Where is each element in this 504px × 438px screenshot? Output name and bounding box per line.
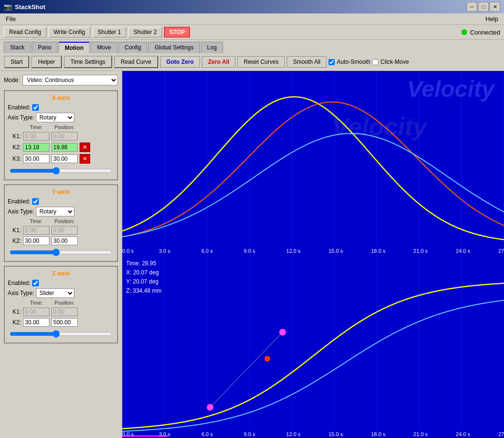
x-axis-title: X-axis: [8, 94, 114, 101]
x-k1-time[interactable]: [23, 132, 49, 141]
y-axis-panel: Y-axis Enabled: Axis Type: Rotary Slider…: [4, 184, 118, 262]
helper-button[interactable]: Helper: [31, 56, 61, 68]
tab-motion[interactable]: Motion: [59, 42, 90, 53]
z-type-label: Axis Type:: [8, 290, 34, 296]
tab-move[interactable]: Move: [91, 42, 117, 53]
title-bar: 📷 StackShot ─ □ ✕: [0, 0, 504, 13]
right-panel: Velocity Time: 28.95 X: 20.07 deg Y: 20.…: [122, 71, 504, 438]
menu-bar: File Help: [0, 13, 504, 25]
x-enabled-checkbox[interactable]: [32, 104, 39, 111]
x-k2-delete-button[interactable]: ✕: [80, 142, 90, 152]
x-k3-delete-button[interactable]: ✕: [80, 154, 90, 164]
x-k2-time[interactable]: [23, 143, 49, 152]
stop-button[interactable]: STOP: [164, 27, 190, 37]
auto-smooth-label[interactable]: Auto-Smooth: [328, 59, 370, 65]
tabs-bar: Stack Pano Motion Move Config Global Set…: [0, 40, 504, 53]
y-k1-row: K1:: [8, 226, 114, 235]
y-k1-time[interactable]: [23, 226, 49, 235]
x-slider-row: [8, 166, 114, 177]
x-k1-row: K1:: [8, 132, 114, 141]
menu-help[interactable]: Help: [483, 14, 500, 24]
time-settings-button[interactable]: Time Settings: [64, 56, 112, 68]
x-type-row: Axis Type: Rotary Slider: [8, 113, 114, 122]
minimize-button[interactable]: ─: [467, 2, 477, 12]
z-enabled-checkbox[interactable]: [32, 280, 39, 286]
reset-curves-button[interactable]: Reset Curves: [237, 56, 285, 68]
connection-dot: [461, 29, 467, 35]
mode-select[interactable]: Video: Continuous Photo: Interval HDR Ti…: [23, 75, 118, 85]
z-k2-time[interactable]: [23, 318, 49, 327]
maximize-button[interactable]: □: [478, 2, 489, 12]
tab-stack[interactable]: Stack: [4, 42, 31, 53]
y-enabled-checkbox[interactable]: [32, 198, 39, 205]
x-slider[interactable]: [10, 166, 112, 175]
connection-label: Connected: [470, 29, 500, 36]
z-k-headers: Time: Position:: [8, 300, 114, 306]
zero-all-button[interactable]: Zero All: [202, 56, 235, 68]
close-button[interactable]: ✕: [490, 2, 500, 12]
z-axis-title: Z-axis: [8, 270, 114, 277]
x-type-label: Axis Type:: [8, 114, 34, 121]
write-config-button[interactable]: Write Config: [48, 27, 91, 37]
z-enabled-label: Enabled:: [8, 280, 30, 286]
tab-log[interactable]: Log: [201, 42, 223, 53]
app-icon: 📷: [4, 3, 12, 11]
main-content: Mode: Video: Continuous Photo: Interval …: [0, 71, 504, 438]
x-axis-panel: X-axis Enabled: Axis Type: Rotary Slider…: [4, 90, 118, 180]
mode-row: Mode: Video: Continuous Photo: Interval …: [4, 75, 118, 85]
x-k1-position[interactable]: [51, 132, 78, 141]
z-axis-panel: Z-axis Enabled: Axis Type: Slider Rotary…: [4, 266, 118, 343]
z-type-row: Axis Type: Slider Rotary: [8, 288, 114, 298]
z-slider[interactable]: [10, 330, 112, 338]
goto-zero-button[interactable]: Goto Zero: [160, 56, 200, 68]
y-slider[interactable]: [10, 248, 112, 257]
z-k1-time[interactable]: [23, 308, 49, 316]
read-config-button[interactable]: Read Config: [4, 27, 47, 37]
mode-label: Mode:: [4, 77, 20, 83]
shutter2-button[interactable]: Shutter 2: [128, 27, 162, 37]
toolbar: Read Config Write Config Shutter 1 Shutt…: [0, 25, 504, 40]
auto-smooth-checkbox[interactable]: [328, 59, 335, 65]
smooth-all-button[interactable]: Smooth All: [287, 56, 327, 68]
y-type-select[interactable]: Rotary Slider: [36, 207, 74, 216]
x-k2-row: K2: ✕: [8, 142, 114, 152]
action-bar: Start Helper Time Settings Read Curve Go…: [0, 53, 504, 71]
z-enabled-row: Enabled:: [8, 280, 114, 286]
x-k3-position[interactable]: [51, 154, 78, 163]
tab-config[interactable]: Config: [118, 42, 148, 53]
z-k2-position[interactable]: [51, 318, 78, 327]
z-k2-row: K2:: [8, 318, 114, 327]
app-title: StackShot: [15, 3, 46, 11]
y-k2-row: K2:: [8, 237, 114, 245]
y-k2-time[interactable]: [23, 237, 49, 245]
menu-file[interactable]: File: [4, 14, 18, 24]
y-type-label: Axis Type:: [8, 208, 34, 215]
y-k1-position[interactable]: [51, 226, 78, 235]
z-slider-row: [8, 330, 114, 340]
x-enabled-label: Enabled:: [8, 104, 30, 111]
click-move-checkbox[interactable]: [372, 59, 378, 65]
x-k3-row: K3: ✕: [8, 154, 114, 164]
x-type-select[interactable]: Rotary Slider: [36, 113, 74, 122]
bottom-chart-canvas[interactable]: [122, 255, 504, 438]
click-move-label[interactable]: Click-Move: [372, 59, 409, 65]
z-k1-position[interactable]: [51, 308, 78, 316]
chart-top: Velocity: [122, 71, 504, 255]
read-curve-button[interactable]: Read Curve: [114, 56, 158, 68]
tab-global-settings[interactable]: Global Settings: [148, 42, 199, 53]
tab-pano[interactable]: Pano: [32, 42, 58, 53]
y-k2-position[interactable]: [51, 237, 78, 245]
y-enabled-label: Enabled:: [8, 198, 30, 205]
chart-bottom: Time: 28.95 X: 20.07 deg Y: 20.07 deg Z:…: [122, 255, 504, 438]
x-k3-time[interactable]: [23, 154, 49, 163]
y-k-headers: Time: Position:: [8, 218, 114, 224]
z-type-select[interactable]: Slider Rotary: [36, 288, 74, 298]
connection-status: Connected: [461, 29, 500, 36]
start-button[interactable]: Start: [4, 56, 29, 68]
top-chart-canvas[interactable]: [122, 71, 504, 255]
y-slider-row: [8, 248, 114, 258]
y-type-row: Axis Type: Rotary Slider: [8, 207, 114, 216]
y-axis-title: Y-axis: [8, 188, 114, 195]
shutter1-button[interactable]: Shutter 1: [93, 27, 127, 37]
x-k2-position[interactable]: [51, 143, 78, 152]
